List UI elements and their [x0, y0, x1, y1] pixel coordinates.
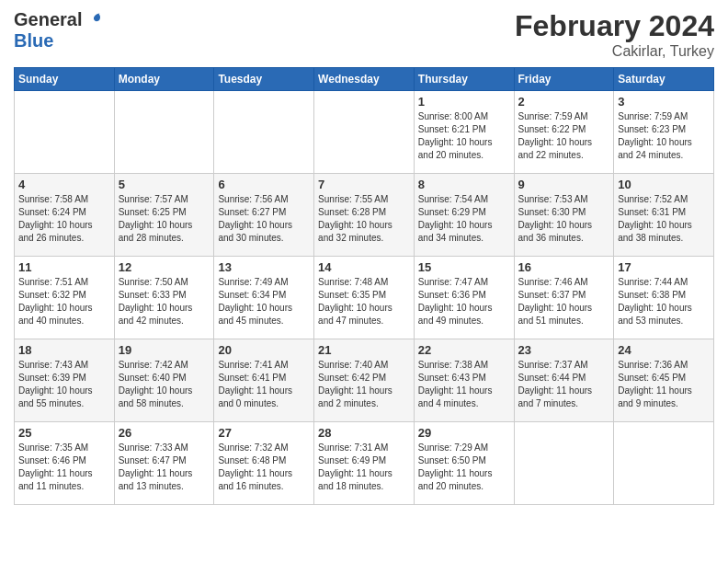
day-number: 21	[318, 343, 410, 357]
table-row	[114, 91, 214, 174]
table-row: 4Sunrise: 7:58 AM Sunset: 6:24 PM Daylig…	[15, 174, 115, 257]
day-info: Sunrise: 7:33 AM Sunset: 6:47 PM Dayligh…	[119, 442, 210, 493]
table-row: 19Sunrise: 7:42 AM Sunset: 6:40 PM Dayli…	[114, 339, 214, 422]
table-row: 29Sunrise: 7:29 AM Sunset: 6:50 PM Dayli…	[414, 422, 514, 505]
day-info: Sunrise: 7:59 AM Sunset: 6:23 PM Dayligh…	[618, 110, 710, 162]
table-row: 11Sunrise: 7:51 AM Sunset: 6:32 PM Dayli…	[15, 257, 115, 339]
day-number: 4	[18, 178, 110, 191]
logo-blue-text: Blue	[14, 30, 53, 52]
day-info: Sunrise: 7:42 AM Sunset: 6:40 PM Dayligh…	[119, 359, 210, 410]
day-number: 10	[618, 178, 710, 191]
table-row: 17Sunrise: 7:44 AM Sunset: 6:38 PM Dayli…	[614, 257, 714, 339]
calendar-week-row: 18Sunrise: 7:43 AM Sunset: 6:39 PM Dayli…	[15, 339, 714, 422]
day-number: 3	[618, 95, 710, 109]
day-info: Sunrise: 7:49 AM Sunset: 6:34 PM Dayligh…	[218, 276, 310, 327]
day-number: 26	[119, 426, 210, 440]
calendar-week-row: 1Sunrise: 8:00 AM Sunset: 6:21 PM Daylig…	[15, 91, 714, 174]
day-info: Sunrise: 7:46 AM Sunset: 6:37 PM Dayligh…	[518, 276, 610, 327]
day-info: Sunrise: 7:29 AM Sunset: 6:50 PM Dayligh…	[418, 442, 510, 493]
day-info: Sunrise: 7:51 AM Sunset: 6:32 PM Dayligh…	[18, 276, 110, 327]
day-number: 1	[418, 95, 510, 109]
logo-general-text: General	[14, 9, 82, 30]
table-row: 23Sunrise: 7:37 AM Sunset: 6:44 PM Dayli…	[514, 339, 614, 422]
day-info: Sunrise: 7:41 AM Sunset: 6:41 PM Dayligh…	[218, 359, 310, 410]
day-number: 27	[218, 426, 310, 440]
day-number: 20	[218, 343, 310, 357]
header-saturday: Saturday	[614, 68, 714, 91]
table-row: 1Sunrise: 8:00 AM Sunset: 6:21 PM Daylig…	[414, 91, 514, 174]
day-number: 24	[618, 343, 710, 357]
month-year-title: February 2024	[515, 9, 714, 43]
day-info: Sunrise: 7:53 AM Sunset: 6:30 PM Dayligh…	[518, 193, 610, 245]
day-number: 19	[119, 343, 210, 357]
table-row	[314, 91, 415, 174]
day-info: Sunrise: 7:36 AM Sunset: 6:45 PM Dayligh…	[618, 359, 710, 410]
day-number: 11	[18, 260, 110, 274]
day-info: Sunrise: 7:50 AM Sunset: 6:33 PM Dayligh…	[119, 276, 210, 327]
table-row: 2Sunrise: 7:59 AM Sunset: 6:22 PM Daylig…	[514, 91, 614, 174]
day-info: Sunrise: 7:59 AM Sunset: 6:22 PM Dayligh…	[518, 110, 610, 162]
day-number: 22	[418, 343, 510, 357]
day-info: Sunrise: 7:38 AM Sunset: 6:43 PM Dayligh…	[418, 359, 510, 410]
table-row: 27Sunrise: 7:32 AM Sunset: 6:48 PM Dayli…	[214, 422, 314, 505]
day-number: 17	[618, 260, 710, 274]
day-number: 12	[119, 260, 210, 274]
table-row: 14Sunrise: 7:48 AM Sunset: 6:35 PM Dayli…	[314, 257, 415, 339]
table-row: 5Sunrise: 7:57 AM Sunset: 6:25 PM Daylig…	[114, 174, 214, 257]
day-number: 14	[318, 260, 410, 274]
header-wednesday: Wednesday	[314, 68, 415, 91]
day-number: 28	[318, 426, 410, 440]
day-info: Sunrise: 7:57 AM Sunset: 6:25 PM Dayligh…	[119, 193, 210, 245]
calendar-week-row: 4Sunrise: 7:58 AM Sunset: 6:24 PM Daylig…	[15, 174, 714, 257]
day-info: Sunrise: 7:52 AM Sunset: 6:31 PM Dayligh…	[618, 193, 710, 245]
day-number: 7	[318, 178, 410, 191]
location-subtitle: Cakirlar, Turkey	[515, 43, 714, 60]
calendar-week-row: 25Sunrise: 7:35 AM Sunset: 6:46 PM Dayli…	[15, 422, 714, 505]
table-row: 16Sunrise: 7:46 AM Sunset: 6:37 PM Dayli…	[514, 257, 614, 339]
header-sunday: Sunday	[15, 68, 115, 91]
day-info: Sunrise: 7:37 AM Sunset: 6:44 PM Dayligh…	[518, 359, 610, 410]
header-row: Sunday Monday Tuesday Wednesday Thursday…	[15, 68, 714, 91]
day-info: Sunrise: 7:58 AM Sunset: 6:24 PM Dayligh…	[18, 193, 110, 245]
day-info: Sunrise: 7:54 AM Sunset: 6:29 PM Dayligh…	[418, 193, 510, 245]
page-header: General Blue February 2024 Cakirlar, Tur…	[14, 9, 714, 60]
day-info: Sunrise: 8:00 AM Sunset: 6:21 PM Dayligh…	[418, 110, 510, 162]
table-row: 21Sunrise: 7:40 AM Sunset: 6:42 PM Dayli…	[314, 339, 415, 422]
day-number: 13	[218, 260, 310, 274]
header-friday: Friday	[514, 68, 614, 91]
table-row	[514, 422, 614, 505]
day-number: 5	[119, 178, 210, 191]
table-row: 10Sunrise: 7:52 AM Sunset: 6:31 PM Dayli…	[614, 174, 714, 257]
calendar-table: Sunday Monday Tuesday Wednesday Thursday…	[14, 67, 714, 505]
title-section: February 2024 Cakirlar, Turkey	[515, 9, 714, 60]
logo-bird-icon	[84, 11, 102, 29]
table-row: 26Sunrise: 7:33 AM Sunset: 6:47 PM Dayli…	[114, 422, 214, 505]
day-info: Sunrise: 7:32 AM Sunset: 6:48 PM Dayligh…	[218, 442, 310, 493]
day-number: 8	[418, 178, 510, 191]
day-number: 15	[418, 260, 510, 274]
table-row: 7Sunrise: 7:55 AM Sunset: 6:28 PM Daylig…	[314, 174, 415, 257]
table-row: 28Sunrise: 7:31 AM Sunset: 6:49 PM Dayli…	[314, 422, 415, 505]
table-row	[15, 91, 115, 174]
table-row: 3Sunrise: 7:59 AM Sunset: 6:23 PM Daylig…	[614, 91, 714, 174]
day-info: Sunrise: 7:55 AM Sunset: 6:28 PM Dayligh…	[318, 193, 410, 245]
table-row: 25Sunrise: 7:35 AM Sunset: 6:46 PM Dayli…	[15, 422, 115, 505]
day-number: 23	[518, 343, 610, 357]
table-row: 24Sunrise: 7:36 AM Sunset: 6:45 PM Dayli…	[614, 339, 714, 422]
table-row	[614, 422, 714, 505]
calendar-body: 1Sunrise: 8:00 AM Sunset: 6:21 PM Daylig…	[15, 91, 714, 505]
day-number: 2	[518, 95, 610, 109]
day-info: Sunrise: 7:40 AM Sunset: 6:42 PM Dayligh…	[318, 359, 410, 410]
header-tuesday: Tuesday	[214, 68, 314, 91]
calendar-header: Sunday Monday Tuesday Wednesday Thursday…	[15, 68, 714, 91]
table-row: 13Sunrise: 7:49 AM Sunset: 6:34 PM Dayli…	[214, 257, 314, 339]
table-row: 9Sunrise: 7:53 AM Sunset: 6:30 PM Daylig…	[514, 174, 614, 257]
table-row: 15Sunrise: 7:47 AM Sunset: 6:36 PM Dayli…	[414, 257, 514, 339]
day-info: Sunrise: 7:47 AM Sunset: 6:36 PM Dayligh…	[418, 276, 510, 327]
day-number: 25	[18, 426, 110, 440]
header-monday: Monday	[114, 68, 214, 91]
day-info: Sunrise: 7:35 AM Sunset: 6:46 PM Dayligh…	[18, 442, 110, 493]
day-number: 18	[18, 343, 110, 357]
table-row	[214, 91, 314, 174]
day-info: Sunrise: 7:44 AM Sunset: 6:38 PM Dayligh…	[618, 276, 710, 327]
